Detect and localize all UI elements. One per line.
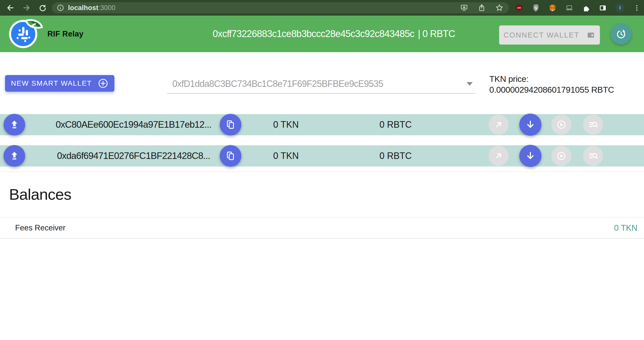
browser-menu-button[interactable]: [632, 3, 641, 12]
section-divider: [0, 172, 644, 172]
execute-button[interactable]: [551, 146, 571, 166]
rif-relay-logo-icon: [9, 19, 39, 49]
copy-icon: [226, 151, 236, 161]
upload-icon: [9, 151, 20, 161]
extensions-puzzle-button[interactable]: [582, 3, 591, 12]
deploy-wallet-button[interactable]: [4, 145, 25, 167]
laptop-icon: [565, 4, 573, 12]
new-smart-wallet-label: NEW SMART WALLET: [11, 79, 92, 87]
profile-avatar[interactable]: I: [615, 3, 625, 13]
refresh-button[interactable]: [610, 23, 632, 45]
balances-title: Balances: [9, 185, 71, 203]
url-bar[interactable]: localhost:3000: [52, 2, 509, 13]
url-host: localhost: [68, 4, 98, 12]
s-badge-text: S: [535, 6, 537, 10]
install-app-button[interactable]: [460, 3, 469, 12]
copy-address-button[interactable]: [220, 145, 241, 167]
back-button[interactable]: [6, 3, 15, 13]
browser-nav-buttons: [0, 3, 47, 13]
view-transactions-button[interactable]: [583, 115, 603, 135]
side-panel-button[interactable]: [598, 3, 607, 12]
browser-window: localhost:3000: [0, 0, 644, 340]
copy-icon: [226, 120, 236, 130]
list-search-icon: [588, 151, 598, 161]
ublock-extension-button[interactable]: UO: [514, 3, 524, 12]
arrow-down-icon: [525, 119, 536, 130]
arrow-down-icon: [525, 151, 536, 161]
copy-address-button[interactable]: [220, 114, 241, 135]
back-icon: [6, 3, 15, 12]
deploy-wallet-button[interactable]: [4, 114, 25, 135]
smart-wallet-address: 0xC80AEe600Ec1994a97E1B17eb12...: [45, 114, 222, 135]
plus-circle-icon: [98, 78, 108, 89]
profile-initial: I: [619, 5, 621, 11]
play-circle-icon: [556, 120, 566, 130]
arrow-outward-icon: [494, 120, 503, 129]
share-button[interactable]: [477, 3, 486, 12]
laptop-extension-button[interactable]: [565, 3, 574, 12]
wallet-tkn-balance: 0 TKN: [262, 145, 310, 166]
wallet-rbtc-balance: 0 RBTC: [370, 145, 421, 166]
smart-wallet-row: 0xC80AEe600Ec1994a97E1B17eb12... 0 TKN 0…: [0, 114, 644, 135]
reload-icon: [38, 3, 47, 12]
s-extension-button[interactable]: S: [531, 3, 540, 12]
tkn-price-label: TKN price:: [489, 74, 640, 84]
upload-icon: [9, 119, 20, 130]
smart-wallet-row: 0xda6f69471E0276FC1BF221428C8... 0 TKN 0…: [0, 145, 644, 166]
fees-receiver-label: Fees Receiver: [15, 223, 66, 232]
star-icon: [495, 4, 503, 12]
refresh-clock-icon: [615, 28, 627, 40]
puzzle-icon: [582, 4, 590, 12]
arrow-outward-icon: [494, 151, 503, 161]
connect-wallet-button[interactable]: CONNECT WALLET: [499, 25, 600, 45]
list-search-icon: [588, 120, 598, 130]
receive-button[interactable]: [519, 145, 541, 167]
tkn-price-value: 0.00000294208601791055 RBTC: [489, 84, 640, 95]
reload-button[interactable]: [38, 3, 47, 13]
transfer-out-button[interactable]: [489, 146, 509, 166]
omnibox-actions: [460, 2, 504, 13]
install-icon: [460, 4, 468, 12]
wallet-rbtc-balance: 0 RBTC: [370, 114, 421, 135]
bookmark-star-button[interactable]: [495, 3, 504, 12]
metamask-extension-button[interactable]: [548, 3, 557, 12]
view-transactions-button[interactable]: [583, 146, 603, 166]
forward-button[interactable]: [22, 3, 31, 13]
wallet-tkn-balance: 0 TKN: [262, 114, 310, 135]
side-panel-icon: [599, 4, 607, 12]
app-title: RIF Relay: [47, 29, 83, 39]
wallet-icon: [586, 30, 595, 40]
brand: RIF Relay: [9, 16, 83, 52]
ublock-badge-text: UO: [517, 6, 521, 9]
chevron-down-icon: [467, 82, 473, 86]
play-circle-icon: [556, 151, 566, 161]
connect-wallet-label: CONNECT WALLET: [504, 31, 579, 39]
tkn-price: TKN price: 0.00000294208601791055 RBTC: [489, 74, 640, 95]
account-balance: | 0 RBTC: [418, 28, 455, 39]
fees-receiver-value: 0 TKN: [614, 223, 637, 233]
transfer-out-button[interactable]: [489, 115, 509, 135]
extensions-row: UO S: [514, 0, 641, 16]
metamask-fox-icon: [548, 4, 557, 12]
app-header: RIF Relay 0xcff73226883c1ce8b3bccc28e45c…: [0, 16, 644, 52]
receive-button[interactable]: [519, 114, 541, 136]
browser-toolbar: localhost:3000: [0, 0, 644, 16]
forward-icon: [22, 3, 31, 12]
fees-receiver-row: Fees Receiver 0 TKN: [0, 217, 644, 239]
relay-address-select[interactable]: 0xfD1dda8C3BC734Bc1C8e71F69F25BFBEe9cE95…: [167, 75, 475, 94]
url-port: :3000: [98, 4, 115, 12]
new-smart-wallet-button[interactable]: NEW SMART WALLET: [5, 75, 114, 92]
site-info-icon[interactable]: [56, 4, 65, 12]
selected-relay-address: 0xfD1dda8C3BC734Bc1C8e71F69F25BFBEe9cE95…: [172, 79, 467, 89]
three-dots-icon: [633, 4, 641, 12]
smart-wallet-address: 0xda6f69471E0276FC1BF221428C8...: [45, 145, 222, 166]
execute-button[interactable]: [551, 115, 571, 135]
account-address: 0xcff73226883c1ce8b3bccc28e45c3c92c84348…: [213, 28, 414, 39]
connected-account: 0xcff73226883c1ce8b3bccc28e45c3c92c84348…: [213, 16, 455, 52]
share-icon: [478, 4, 486, 12]
